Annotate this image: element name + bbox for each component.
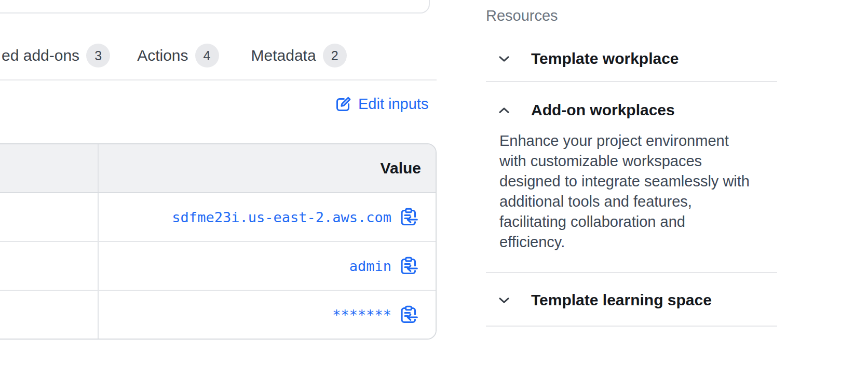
value-column-header: Value (381, 159, 421, 177)
tab-actions[interactable]: Actions 4 (137, 44, 219, 68)
description-line: designed to integrate seamlessly with (499, 171, 750, 192)
copy-to-clipboard-icon[interactable] (399, 256, 418, 275)
tab-count-badge: 4 (195, 44, 219, 68)
description-line: additional tools and features, (499, 192, 750, 212)
copy-to-clipboard-icon[interactable] (399, 208, 418, 226)
description-line: facilitating collaboration and (499, 212, 750, 232)
accordion-template-learning-space[interactable]: Template learning space (499, 290, 712, 310)
section-divider (486, 81, 777, 82)
key-cell (0, 193, 99, 241)
tab-metadata[interactable]: Metadata 2 (251, 44, 347, 68)
tab-label: Actions (137, 47, 188, 64)
table-row: admin (0, 242, 436, 291)
table-row: sdfme23i.us-east-2.aws.com (0, 193, 436, 242)
page: ed add-ons 3 Actions 4 Metadata 2 Edit i… (0, 0, 868, 378)
accordion-title: Add-on workplaces (531, 101, 675, 119)
resources-panel-title: Resources (486, 7, 558, 24)
accordion-title: Template workplace (531, 50, 679, 68)
description-line: Enhance your project environment (499, 131, 750, 151)
chevron-down-icon (499, 56, 509, 62)
input-value-text: sdfme23i.us-east-2.aws.com (172, 209, 391, 225)
key-cell (0, 291, 99, 339)
copy-to-clipboard-icon[interactable] (399, 305, 418, 324)
edit-pencil-icon (335, 96, 352, 113)
input-value-masked-text: ******* (332, 307, 391, 323)
value-cell: admin (99, 242, 436, 290)
tab-count-badge: 3 (86, 44, 110, 68)
section-divider (486, 272, 777, 273)
input-value-text: admin (349, 258, 391, 274)
description-line: with customizable workspaces (499, 151, 750, 171)
section-divider (486, 326, 777, 327)
table-row: ******* (0, 291, 436, 339)
add-on-workplaces-description: Enhance your project environment with cu… (499, 131, 750, 252)
tab-count-badge: 2 (323, 44, 347, 68)
edit-inputs-label: Edit inputs (358, 96, 428, 113)
table-header-row: Value (0, 144, 436, 193)
accordion-add-on-workplaces[interactable]: Add-on workplaces (499, 100, 675, 120)
value-cell: ******* (99, 291, 436, 339)
key-header-cell (0, 144, 99, 192)
card-bottom-edge (0, 0, 430, 14)
tab-bar: ed add-ons 3 Actions 4 Metadata 2 (2, 44, 347, 68)
tab-installed-add-ons[interactable]: ed add-ons 3 (2, 44, 110, 68)
tabs-divider (0, 79, 437, 80)
chevron-up-icon (499, 107, 509, 114)
accordion-title: Template learning space (531, 291, 712, 309)
inputs-table: Value sdfme23i.us-east-2.aws.com (0, 143, 437, 340)
key-cell (0, 242, 99, 290)
description-line: efficiency. (499, 232, 750, 252)
chevron-down-icon (499, 297, 509, 304)
value-cell: sdfme23i.us-east-2.aws.com (99, 193, 436, 241)
edit-inputs-button[interactable]: Edit inputs (335, 96, 428, 113)
tab-label: ed add-ons (2, 47, 79, 64)
tab-label: Metadata (251, 47, 316, 64)
value-header-cell: Value (99, 144, 436, 192)
accordion-template-workplace[interactable]: Template workplace (499, 48, 679, 69)
